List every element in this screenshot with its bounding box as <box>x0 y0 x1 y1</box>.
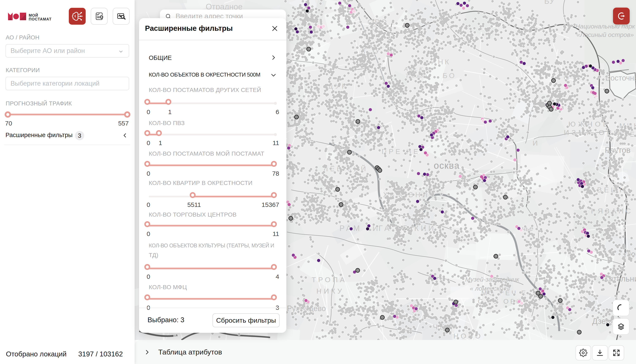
svg-text:МОЙ: МОЙ <box>29 13 38 18</box>
svg-text:БО: БО <box>443 72 456 80</box>
svg-text:ТРОПА: ТРОПА <box>312 276 347 284</box>
svg-text:ПРЕ НЕ: ПРЕ НЕ <box>382 148 420 156</box>
svg-text:БУ: БУ <box>544 0 555 6</box>
svg-text:НИКУ: НИКУ <box>317 287 344 295</box>
svg-text:Восточны: Восточны <box>605 74 636 82</box>
svg-text:И: И <box>533 139 539 147</box>
svg-text:«Лосиный остров»: «Лосиный остров» <box>576 31 634 38</box>
svg-text:ПОСТАМАТ: ПОСТАМАТ <box>29 17 52 21</box>
